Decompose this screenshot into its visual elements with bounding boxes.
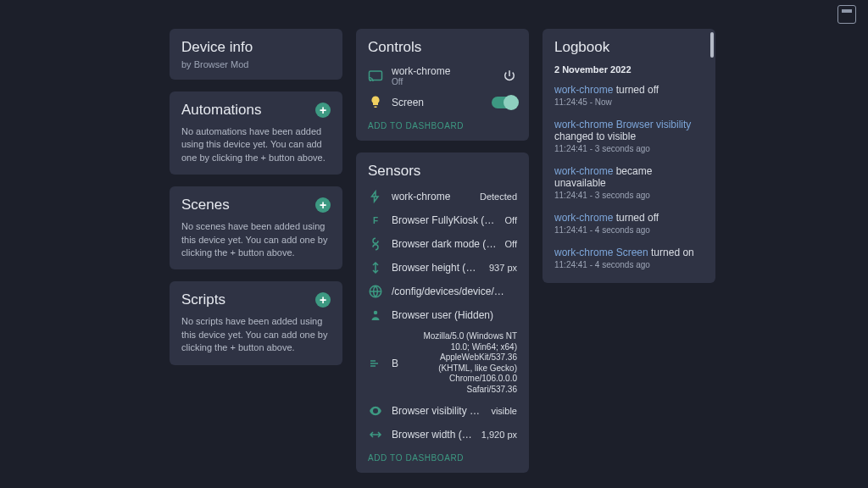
sensor-icon — [368, 260, 383, 275]
window-icon[interactable] — [837, 5, 856, 24]
sensor-name: Browser height (Hidden) — [392, 262, 481, 274]
svg-rect-0 — [370, 71, 382, 80]
logbook-meta: 11:24:41 - 4 seconds ago — [554, 225, 704, 235]
sensor-value: Off — [505, 215, 517, 225]
sensor-icon — [368, 308, 383, 323]
sensor-name: Browser user (Hidden) — [392, 309, 509, 321]
controls-title: Controls — [368, 39, 517, 56]
sensor-row[interactable]: Browser height (Hidden) 937 px — [368, 256, 517, 280]
scripts-card: Scripts + No scripts have been added usi… — [170, 281, 342, 364]
scenes-card: Scenes + No scenes have been added using… — [170, 186, 342, 269]
logbook-entry[interactable]: work-chrome Browser visibility changed t… — [542, 113, 715, 159]
sensor-row[interactable]: Browser dark mode (Hidden) Off — [368, 232, 517, 256]
sensor-value: Mozilla/5.0 (Windows NT 10.0; Win64; x64… — [407, 331, 517, 395]
sensor-row[interactable]: Browser width (Hidden) 1,920 px — [368, 423, 517, 446]
sensor-icon — [368, 236, 383, 252]
control-sub: Off — [392, 77, 493, 86]
power-icon[interactable] — [502, 69, 517, 84]
sensor-value: 937 px — [489, 263, 517, 273]
sensor-icon: F — [368, 213, 383, 228]
logbook-meta: 11:24:41 - 3 seconds ago — [554, 144, 704, 153]
svg-point-2 — [374, 311, 378, 315]
sensors-title: Sensors — [368, 163, 517, 180]
device-info-card: Device info by Browser Mod — [170, 29, 342, 80]
sensor-row[interactable]: Browser user (Hidden) — [368, 303, 517, 327]
logbook-entry[interactable]: work-chrome detected 11:24:41 - 4 second… — [542, 275, 715, 283]
sensor-name: Browser FullyKiosk (Hidden) — [392, 214, 497, 226]
sensor-value: visible — [491, 406, 517, 416]
logbook-entity-link[interactable]: work-chrome — [554, 281, 613, 283]
controls-card: Controls work-chrome Off Scr — [356, 29, 529, 141]
logbook-change-text: turned on — [648, 247, 694, 258]
automations-empty-text: No automations have been added using thi… — [181, 125, 331, 164]
automations-title: Automations — [181, 102, 262, 119]
device-info-subtitle: by Browser Mod — [181, 59, 331, 69]
cast-icon — [368, 69, 383, 84]
scripts-empty-text: No scripts have been added using this de… — [181, 315, 331, 354]
logbook-entry[interactable]: work-chrome turned off 11:24:45 - Now — [542, 78, 715, 113]
logbook-entry[interactable]: work-chrome Screen turned on 11:24:41 - … — [542, 241, 715, 275]
logbook-entity-link[interactable]: work-chrome Browser visibility — [554, 119, 691, 130]
scenes-empty-text: No scenes have been added using this dev… — [181, 220, 331, 259]
control-row-cast[interactable]: work-chrome Off — [368, 61, 517, 91]
sensor-row[interactable]: Br… Mozilla/5.0 (Windows NT 10.0; Win64;… — [368, 327, 517, 399]
add-script-button[interactable]: + — [315, 292, 331, 308]
scripts-title: Scripts — [181, 291, 225, 308]
sensor-row[interactable]: F Browser FullyKiosk (Hidden) Off — [368, 208, 517, 232]
sensor-name: /config/devices/device/c3085a0c7861 — [392, 286, 509, 297]
sensor-name: Browser visibility (Hidden) — [392, 405, 482, 417]
sensor-row[interactable]: /config/devices/device/c3085a0c7861 — [368, 280, 517, 303]
automations-card: Automations + No automations have been a… — [170, 92, 342, 175]
add-controls-to-dashboard[interactable]: ADD TO DASHBOARD — [368, 114, 517, 130]
logbook-change-text: turned off — [613, 212, 659, 224]
logbook-entity-link[interactable]: work-chrome — [554, 212, 613, 224]
sensor-value: Detected — [480, 191, 517, 202]
screen-toggle[interactable] — [492, 97, 517, 108]
control-row-screen[interactable]: Screen — [368, 91, 517, 114]
logbook-entity-link[interactable]: work-chrome — [554, 165, 613, 177]
sensor-icon — [368, 356, 383, 371]
logbook-meta: 11:24:41 - 3 seconds ago — [554, 191, 704, 200]
logbook-entry[interactable]: work-chrome turned off 11:24:41 - 4 seco… — [542, 206, 715, 241]
logbook-entry[interactable]: work-chrome became unavailable 11:24:41 … — [542, 159, 715, 206]
lightbulb-icon — [368, 95, 383, 110]
sensor-icon — [368, 189, 383, 204]
control-name: work-chrome — [392, 65, 493, 77]
add-scene-button[interactable]: + — [315, 197, 331, 213]
logbook-entity-link[interactable]: work-chrome — [554, 84, 613, 96]
sensor-icon — [368, 427, 383, 442]
sensor-icon — [368, 284, 383, 299]
sensor-row[interactable]: work-chrome Detected — [368, 185, 517, 208]
scrollbar-thumb[interactable] — [710, 32, 714, 58]
sensor-value: 1,920 px — [481, 430, 517, 440]
logbook-card: Logbook 2 November 2022 work-chrome turn… — [542, 29, 715, 283]
sensor-name: Browser dark mode (Hidden) — [392, 238, 497, 250]
logbook-meta: 11:24:45 - Now — [554, 97, 704, 107]
add-automation-button[interactable]: + — [315, 103, 331, 118]
sensors-card: Sensors work-chrome Detected F Browser F… — [356, 152, 529, 473]
control-name: Screen — [392, 97, 483, 108]
add-sensors-to-dashboard[interactable]: ADD TO DASHBOARD — [368, 446, 517, 463]
sensor-name: Br… — [392, 358, 398, 369]
sensor-icon — [368, 403, 383, 419]
sensor-name: work-chrome — [392, 191, 471, 202]
logbook-date: 2 November 2022 — [542, 56, 715, 78]
scenes-title: Scenes — [181, 197, 230, 214]
logbook-meta: 11:24:41 - 4 seconds ago — [554, 260, 704, 269]
logbook-title: Logbook — [542, 39, 715, 56]
logbook-change-text: changed to visible — [554, 130, 636, 142]
logbook-change-text: turned off — [613, 84, 659, 96]
logbook-change-text: detected — [613, 281, 654, 283]
sensor-value: Off — [505, 239, 517, 249]
logbook-entity-link[interactable]: work-chrome Screen — [554, 247, 648, 258]
sensor-row[interactable]: Browser visibility (Hidden) visible — [368, 399, 517, 423]
sensor-name: Browser width (Hidden) — [392, 429, 473, 441]
device-info-title: Device info — [181, 39, 331, 56]
